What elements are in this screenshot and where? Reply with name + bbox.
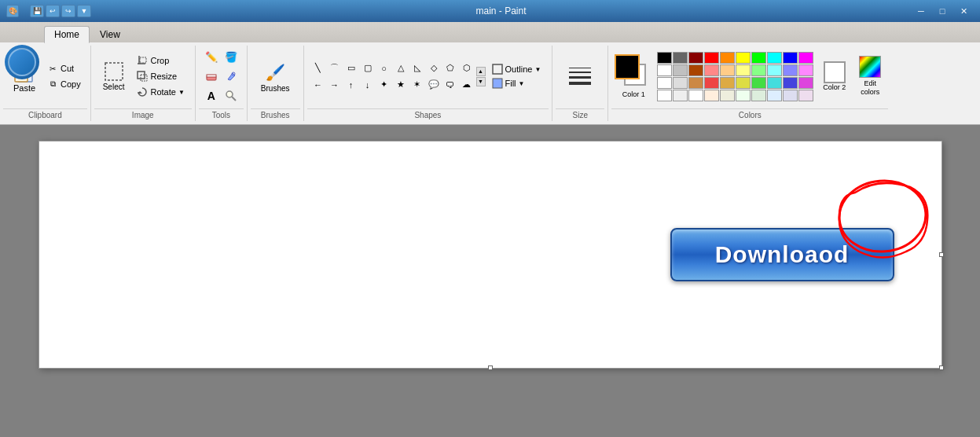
shape-hexagon[interactable]: ⬡ bbox=[459, 61, 475, 76]
swatch-r3c7[interactable] bbox=[751, 77, 766, 89]
shape-diamond[interactable]: ◇ bbox=[426, 61, 442, 76]
swatch-r4c6[interactable] bbox=[736, 90, 751, 101]
swatch-r3c1[interactable] bbox=[657, 77, 672, 89]
text-tool[interactable]: A bbox=[202, 86, 221, 105]
swatch-r3c3[interactable] bbox=[688, 77, 703, 89]
shape-ellipse[interactable]: ○ bbox=[376, 61, 392, 76]
swatch-r3c5[interactable] bbox=[720, 77, 735, 89]
shape-star4[interactable]: ✦ bbox=[376, 77, 392, 93]
shape-star5[interactable]: ★ bbox=[393, 77, 409, 93]
swatch-gray1[interactable] bbox=[673, 52, 688, 64]
swatch-r4c10[interactable] bbox=[798, 90, 813, 101]
swatch-orange[interactable] bbox=[720, 52, 735, 64]
color2-button[interactable]: Color 2 bbox=[818, 60, 850, 93]
edit-colors-button[interactable]: Editcolors bbox=[855, 52, 885, 101]
swatch-lightred[interactable] bbox=[704, 64, 719, 76]
select-button[interactable]: Select bbox=[97, 59, 130, 94]
shape-rounded-rect[interactable]: ▢ bbox=[360, 61, 376, 76]
swatch-yellow[interactable] bbox=[736, 52, 751, 64]
maximize-btn[interactable]: □ bbox=[932, 4, 952, 18]
rotate-label: Rotate bbox=[150, 87, 175, 97]
swatch-r3c8[interactable] bbox=[767, 77, 782, 89]
swatch-green[interactable] bbox=[751, 52, 766, 64]
shape-star6[interactable]: ✶ bbox=[409, 77, 425, 93]
shape-speech[interactable]: 🗨 bbox=[442, 77, 458, 93]
swatch-r3c9[interactable] bbox=[783, 77, 798, 89]
swatch-lightcyan[interactable] bbox=[767, 64, 782, 76]
swatch-r4c2[interactable] bbox=[673, 90, 688, 101]
eraser-tool[interactable] bbox=[202, 67, 221, 86]
resize-button[interactable]: Resize bbox=[133, 69, 188, 83]
resize-handle-right[interactable] bbox=[939, 252, 944, 257]
swatch-magenta[interactable] bbox=[798, 52, 813, 64]
ribbon: Home View P bbox=[0, 22, 980, 125]
redo-quick-btn[interactable]: ↪ bbox=[61, 5, 75, 17]
swatch-lightyellow[interactable] bbox=[736, 64, 751, 76]
crop-button[interactable]: Crop bbox=[133, 53, 188, 68]
swatch-blue[interactable] bbox=[783, 52, 798, 64]
swatch-brown[interactable] bbox=[688, 64, 703, 76]
minimize-btn[interactable]: ─ bbox=[911, 4, 931, 18]
fill-option[interactable]: Fill ▼ bbox=[490, 77, 543, 90]
outline-option[interactable]: Outline ▼ bbox=[490, 63, 543, 75]
swatch-r4c9[interactable] bbox=[783, 90, 798, 101]
swatch-lightmagenta[interactable] bbox=[798, 64, 813, 76]
shape-balloon[interactable]: 💬 bbox=[426, 77, 442, 93]
swatch-r3c10[interactable] bbox=[798, 77, 813, 89]
undo-quick-btn[interactable]: ↩ bbox=[46, 5, 60, 17]
fill-tool[interactable]: 🪣 bbox=[222, 47, 240, 66]
shape-arrow-down[interactable]: ↓ bbox=[360, 77, 376, 93]
clipboard-label: Clipboard bbox=[3, 108, 87, 121]
canvas[interactable]: Downloaod bbox=[39, 141, 942, 369]
color1-box[interactable] bbox=[615, 54, 640, 79]
swatch-white[interactable] bbox=[657, 64, 672, 76]
save-quick-btn[interactable]: 💾 bbox=[30, 5, 44, 17]
swatch-lightorange[interactable] bbox=[720, 64, 735, 76]
colorpicker-tool[interactable] bbox=[222, 67, 240, 86]
swatch-r4c3[interactable] bbox=[688, 90, 703, 101]
shape-arrow-up[interactable]: ↑ bbox=[343, 77, 359, 93]
shape-triangle[interactable]: △ bbox=[393, 61, 409, 76]
cut-button[interactable]: ✂ Cut bbox=[44, 61, 84, 75]
shape-line[interactable]: ╲ bbox=[310, 61, 326, 76]
swatch-r4c7[interactable] bbox=[751, 90, 766, 101]
shape-arrow-left[interactable]: ← bbox=[310, 77, 326, 93]
tab-view[interactable]: View bbox=[90, 25, 130, 42]
shapes-scroll-up[interactable]: ▲ bbox=[476, 67, 486, 76]
swatch-silver[interactable] bbox=[673, 64, 688, 76]
rotate-button[interactable]: Rotate ▼ bbox=[133, 85, 188, 99]
swatch-r4c4[interactable] bbox=[704, 90, 719, 101]
shape-rect[interactable]: ▭ bbox=[343, 61, 359, 76]
shape-arrow-right[interactable]: → bbox=[327, 77, 343, 93]
swatch-lightblue[interactable] bbox=[783, 64, 798, 76]
swatch-r3c2[interactable] bbox=[673, 77, 688, 89]
swatch-lightgreen[interactable] bbox=[751, 64, 766, 76]
resize-handle-corner[interactable] bbox=[939, 365, 944, 370]
swatch-r4c5[interactable] bbox=[720, 90, 735, 101]
swatch-r3c6[interactable] bbox=[736, 77, 751, 89]
swatch-darkred[interactable] bbox=[688, 52, 703, 64]
tab-home[interactable]: Home bbox=[44, 26, 90, 43]
close-btn[interactable]: ✕ bbox=[953, 4, 974, 18]
size-button[interactable] bbox=[559, 61, 601, 92]
magnify-tool[interactable] bbox=[222, 86, 240, 105]
swatch-r4c1[interactable] bbox=[657, 90, 672, 101]
copy-button[interactable]: ⧉ Copy bbox=[44, 77, 84, 91]
swatch-black[interactable] bbox=[657, 52, 672, 64]
brushes-button[interactable]: 🖌️ Brushes bbox=[254, 57, 297, 97]
swatch-r4c8[interactable] bbox=[767, 90, 782, 101]
shapes-scroll-down[interactable]: ▼ bbox=[476, 77, 486, 86]
shape-pentagon[interactable]: ⬠ bbox=[442, 61, 458, 76]
paint-menu-btn[interactable] bbox=[5, 45, 39, 79]
pencil-tool[interactable]: ✏️ bbox=[202, 47, 221, 66]
swatch-cyan[interactable] bbox=[767, 52, 782, 64]
dropdown-quick-btn[interactable]: ▼ bbox=[77, 5, 91, 17]
resize-handle-bottom[interactable] bbox=[488, 365, 493, 370]
shape-right-triangle[interactable]: ◺ bbox=[409, 61, 425, 76]
shape-cloud[interactable]: ☁ bbox=[459, 77, 475, 93]
title-text: main - Paint bbox=[96, 6, 906, 17]
swatch-red[interactable] bbox=[704, 52, 719, 64]
size-content bbox=[556, 46, 604, 107]
swatch-r3c4[interactable] bbox=[704, 77, 719, 89]
shape-curve[interactable]: ⌒ bbox=[327, 61, 343, 76]
